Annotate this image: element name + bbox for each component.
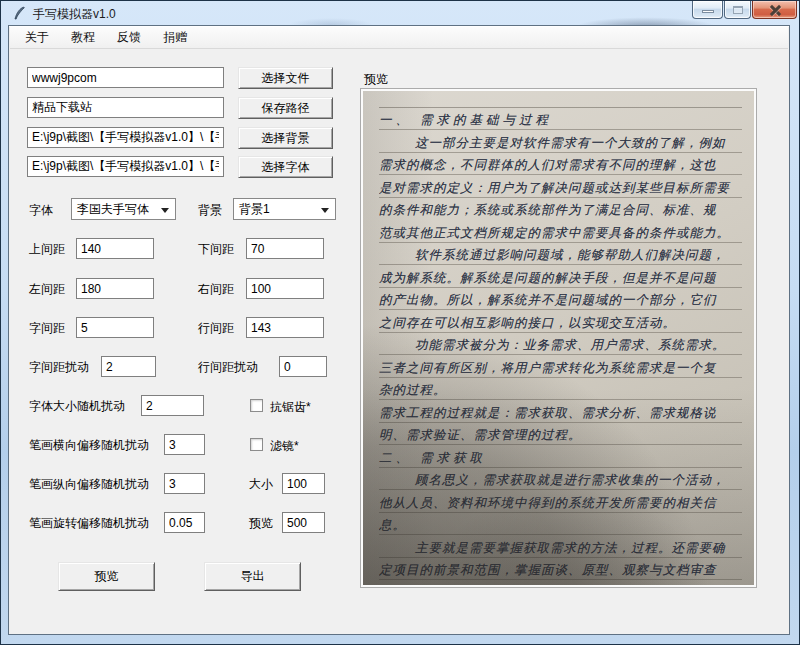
- handwriting-line: 软件系统通过影响问题域，能够帮助人们解决问题，: [379, 243, 742, 266]
- char-spacing-jitter-input[interactable]: [101, 356, 156, 377]
- background-combobox-value: 背景1: [239, 202, 270, 216]
- choose-font-button[interactable]: 选择字体: [238, 156, 333, 178]
- handwriting-line: 之间存在可以相互影响的接口，以实现交互活动。: [379, 311, 742, 334]
- stroke-rotation-jitter-label: 笔画旋转偏移随机扰动: [29, 515, 149, 532]
- save-path-button[interactable]: 保存路径: [238, 97, 333, 119]
- handwriting-line: 息。: [379, 513, 742, 536]
- stroke-vertical-jitter-input[interactable]: [164, 473, 205, 494]
- left-margin-input[interactable]: [76, 278, 154, 299]
- handwriting-line: 功能需求被分为：业务需求、用户需求、系统需求。: [379, 333, 742, 356]
- chevron-down-icon: [321, 208, 329, 213]
- right-margin-label: 右间距: [198, 281, 234, 298]
- chevron-down-icon: [161, 208, 169, 213]
- handwriting-line: 成为解系统。解系统是问题的解决手段，但是并不是问题: [379, 266, 742, 289]
- line-spacing-jitter-label: 行间距扰动: [198, 359, 258, 376]
- handwriting-line: 范或其他正式文档所规定的需求中需要具备的条件或能力。: [379, 221, 742, 244]
- preview-panel-label: 预览: [364, 71, 388, 88]
- font-size-jitter-input[interactable]: [141, 395, 204, 416]
- handwriting-line: 明、需求验证、需求管理的过程。: [379, 423, 742, 446]
- handwriting-line: 的条件和能力；系统或系统部件为了满足合同、标准、规: [379, 198, 742, 221]
- handwriting-line: 定项目的前景和范围，掌握面谈、原型、观察与文档审查: [379, 558, 742, 581]
- background-combobox[interactable]: 背景1: [233, 198, 336, 220]
- stroke-rotation-jitter-input[interactable]: [164, 512, 205, 533]
- choose-file-button[interactable]: 选择文件: [238, 67, 333, 89]
- source-file-input[interactable]: [27, 67, 224, 88]
- size-label: 大小: [249, 476, 273, 493]
- top-margin-label: 上间距: [29, 241, 65, 258]
- handwriting-line: 的产出物。所以，解系统并不是问题域的一个部分，它们: [379, 288, 742, 311]
- char-spacing-jitter-label: 字间距扰动: [29, 359, 89, 376]
- save-path-input[interactable]: [27, 97, 224, 118]
- top-margin-input[interactable]: [76, 238, 154, 259]
- preview-size-label: 预览: [249, 515, 273, 532]
- char-spacing-input[interactable]: [76, 317, 154, 338]
- background-path-input[interactable]: [27, 127, 224, 148]
- handwriting-line: 主要就是需要掌握获取需求的方法，过程。还需要确: [379, 536, 742, 559]
- handwriting-line: 是对需求的定义：用户为了解决问题或达到某些目标所需要: [379, 176, 742, 199]
- handwriting-line: 二、 需求获取: [379, 446, 742, 469]
- handwriting-line: 一、 需求的基础与过程: [379, 108, 742, 131]
- export-button[interactable]: 导出: [204, 562, 301, 591]
- handwriting-line: 这一部分主要是对软件需求有一个大致的了解，例如: [379, 131, 742, 154]
- app-window: 手写模拟器v1.0 关于 教程 反馈 捐赠 选择文件 保存路径 选择背景 选择字…: [0, 0, 800, 645]
- size-input[interactable]: [282, 473, 325, 494]
- main-content: 选择文件 保存路径 选择背景 选择字体 字体 李国夫手写体 背景 背景1 上间距…: [1, 1, 799, 644]
- antialias-checkbox[interactable]: [250, 399, 263, 412]
- filter-checkbox[interactable]: [250, 438, 263, 451]
- choose-background-button[interactable]: 选择背景: [238, 127, 333, 149]
- left-margin-label: 左间距: [29, 281, 65, 298]
- handwriting-text: 一、 需求的基础与过程 这一部分主要是对软件需求有一个大致的了解，例如 需求的概…: [379, 107, 742, 585]
- handwriting-line: 三者之间有所区别，将用户需求转化为系统需求是一个复: [379, 356, 742, 379]
- background-label: 背景: [198, 202, 222, 219]
- stroke-horizontal-jitter-input[interactable]: [164, 434, 205, 455]
- handwriting-line: 顾名思义，需求获取就是进行需求收集的一个活动，: [379, 468, 742, 491]
- handwriting-line: 需求的概念，不同群体的人们对需求有不同的理解，这也: [379, 153, 742, 176]
- handwriting-line: 需求工程的过程就是：需求获取、需求分析、需求规格说: [379, 401, 742, 424]
- preview-frame: 一、 需求的基础与过程 这一部分主要是对软件需求有一个大致的了解，例如 需求的概…: [360, 88, 757, 588]
- bottom-margin-input[interactable]: [246, 238, 324, 259]
- handwriting-preview-image: 一、 需求的基础与过程 这一部分主要是对软件需求有一个大致的了解，例如 需求的概…: [363, 91, 754, 585]
- char-spacing-label: 字间距: [29, 320, 65, 337]
- font-path-input[interactable]: [27, 156, 224, 177]
- line-spacing-input[interactable]: [246, 317, 324, 338]
- filter-label: 滤镜*: [270, 438, 299, 455]
- font-combobox[interactable]: 李国夫手写体: [71, 198, 176, 220]
- preview-button[interactable]: 预览: [58, 562, 155, 591]
- line-spacing-jitter-input[interactable]: [279, 356, 327, 377]
- handwriting-line: 杂的过程。: [379, 378, 742, 401]
- font-label: 字体: [29, 202, 53, 219]
- stroke-horizontal-jitter-label: 笔画横向偏移随机扰动: [29, 437, 149, 454]
- antialias-label: 抗锯齿*: [270, 399, 311, 416]
- stroke-vertical-jitter-label: 笔画纵向偏移随机扰动: [29, 476, 149, 493]
- bottom-margin-label: 下间距: [198, 241, 234, 258]
- preview-size-input[interactable]: [282, 512, 325, 533]
- handwriting-line: 他从人员、资料和环境中得到的系统开发所需要的相关信: [379, 491, 742, 514]
- line-spacing-label: 行间距: [198, 320, 234, 337]
- font-size-jitter-label: 字体大小随机扰动: [29, 398, 125, 415]
- right-margin-input[interactable]: [246, 278, 324, 299]
- font-combobox-value: 李国夫手写体: [77, 202, 149, 216]
